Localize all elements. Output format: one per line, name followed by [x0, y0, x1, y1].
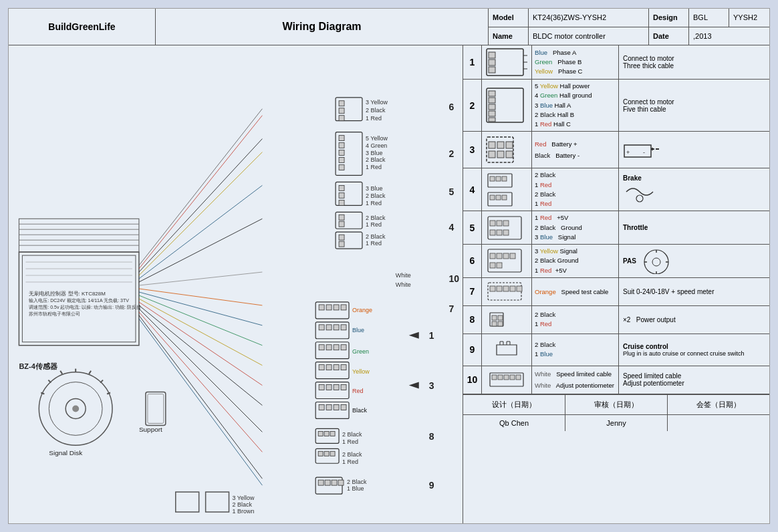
svg-text:Orange: Orange: [352, 307, 372, 313]
svg-text:2 Black: 2 Black: [342, 451, 362, 458]
design-right: YYSH2: [729, 9, 769, 27]
svg-rect-115: [332, 480, 337, 485]
svg-text:3 Blue: 3 Blue: [366, 150, 382, 156]
svg-text:2 Black: 2 Black: [366, 215, 386, 221]
svg-text:6: 6: [449, 102, 455, 112]
company-name: BuildGreenLife: [9, 9, 156, 45]
svg-rect-193: [488, 217, 521, 239]
svg-rect-59: [319, 305, 324, 310]
conn-connector-6: [482, 245, 532, 277]
svg-rect-94: [334, 404, 339, 410]
svg-rect-216: [503, 286, 509, 291]
conn-num-10: 10: [463, 366, 482, 394]
svg-text:3 Yellow: 3 Yellow: [366, 99, 388, 106]
svg-point-207: [644, 250, 668, 274]
svg-line-143: [139, 139, 262, 272]
svg-text:+: +: [626, 149, 630, 156]
conn-desc-2: Connect to motor Five thin cable: [619, 80, 769, 131]
svg-rect-200: [488, 249, 521, 272]
conn-wires-3: Red Battery + Black Battery -: [532, 132, 619, 168]
svg-text:1 Red: 1 Red: [366, 221, 382, 228]
conn-num-7: 7: [463, 278, 482, 305]
svg-rect-196: [503, 221, 509, 226]
svg-text:2 Black: 2 Black: [233, 501, 253, 508]
svg-rect-92: [319, 404, 324, 410]
svg-rect-100: [318, 431, 323, 436]
svg-text:10: 10: [449, 273, 460, 284]
conn-wires-2: 5 Yellow Hall power 4 Green Hall ground …: [532, 80, 619, 131]
svg-line-154: [139, 309, 262, 432]
svg-rect-107: [318, 451, 323, 456]
conn-desc-10: Speed limited cable Adjust potentiometer: [619, 366, 769, 394]
svg-rect-199: [503, 230, 509, 235]
svg-rect-195: [497, 221, 502, 226]
svg-rect-61: [334, 305, 339, 310]
svg-text:1: 1: [429, 330, 434, 341]
svg-rect-204: [510, 253, 515, 259]
svg-rect-187: [502, 176, 507, 181]
svg-text:4: 4: [449, 222, 455, 233]
svg-text:3 Blue: 3 Blue: [366, 185, 382, 192]
svg-rect-37: [339, 185, 344, 190]
conn-row-5: 5 1 Red +5V: [463, 211, 769, 245]
svg-rect-132: [146, 392, 166, 426]
svg-rect-28: [339, 158, 344, 163]
svg-text:White: White: [396, 272, 411, 279]
svg-rect-27: [339, 150, 344, 156]
svg-line-129: [48, 380, 51, 383]
svg-rect-102: [330, 431, 335, 436]
conn-row-4: 4: [463, 168, 769, 211]
svg-rect-113: [318, 480, 323, 485]
conn-num-2: 2: [463, 80, 482, 131]
svg-point-192: [636, 195, 643, 202]
conn-row-9: 9 2 Black 1 Blue Cruise control: [463, 334, 769, 366]
conn-desc-5: Throttle: [619, 211, 769, 244]
svg-rect-68: [334, 325, 339, 330]
svg-text:Green: Green: [352, 348, 369, 355]
svg-rect-223: [498, 321, 503, 326]
footer-sig-3: [668, 415, 769, 431]
svg-line-127: [107, 393, 110, 394]
svg-text:1 Red: 1 Red: [366, 240, 382, 247]
svg-line-156: [139, 315, 262, 479]
svg-rect-46: [339, 221, 344, 227]
footer-labels: 设计（日期） 审核（日期） 会签（日期）: [463, 394, 769, 414]
svg-rect-69: [341, 325, 346, 330]
svg-rect-95: [341, 404, 346, 410]
svg-rect-176: [506, 142, 513, 148]
name-value: BLDC motor controller: [529, 27, 649, 45]
svg-rect-93: [326, 404, 332, 410]
footer-label-3: 会签（日期）: [668, 395, 769, 414]
svg-rect-62: [341, 305, 346, 310]
svg-rect-218: [517, 286, 522, 291]
conn-wires-8: 2 Black 1 Red: [532, 306, 619, 334]
svg-rect-114: [325, 480, 330, 485]
svg-rect-167: [489, 98, 495, 103]
footer-sig-1: Qb Chen: [463, 415, 565, 431]
svg-rect-170: [489, 118, 495, 122]
svg-line-141: [139, 109, 262, 265]
conn-num-6: 6: [463, 245, 482, 277]
svg-rect-194: [490, 221, 495, 226]
diagram-title: Wiring Diagram: [156, 9, 489, 45]
svg-text:Support: Support: [139, 426, 162, 433]
svg-rect-45: [339, 215, 344, 220]
header: BuildGreenLife Wiring Diagram Model KT24…: [9, 9, 769, 45]
svg-rect-166: [489, 91, 495, 96]
svg-text:1 Brown: 1 Brown: [233, 508, 255, 515]
svg-rect-217: [510, 286, 515, 291]
svg-line-144: [139, 152, 262, 275]
svg-rect-108: [324, 451, 329, 456]
model-label: Model: [493, 13, 514, 21]
footer-sig-2: Jenny: [565, 415, 668, 431]
svg-text:White: White: [396, 281, 411, 288]
conn-num-4: 4: [463, 168, 482, 211]
svg-text:3: 3: [429, 380, 434, 391]
svg-line-125: [89, 371, 91, 374]
conn-num-9: 9: [463, 334, 482, 366]
svg-text:1 Red: 1 Red: [342, 438, 358, 445]
conn-desc-7: Suit 0-24/0-18V + speed meter: [619, 278, 769, 305]
svg-rect-89: [341, 385, 346, 390]
svg-line-128: [60, 371, 62, 374]
svg-rect-205: [490, 263, 495, 268]
